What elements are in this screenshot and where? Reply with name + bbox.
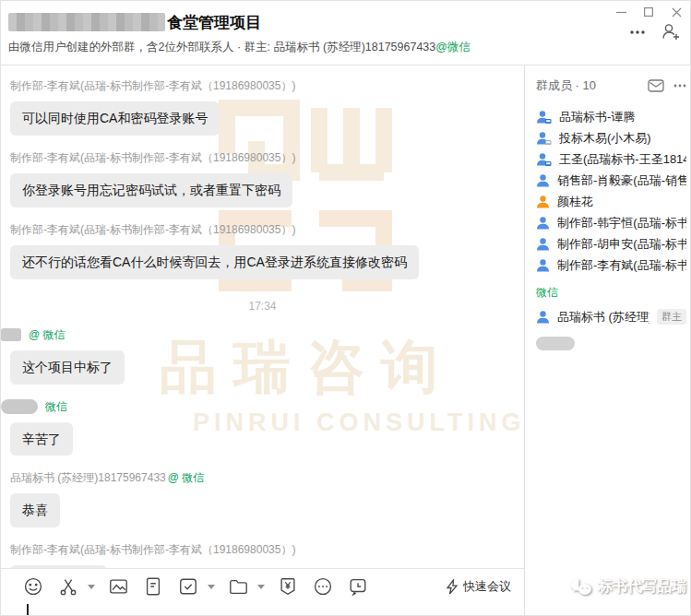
chat-history-icon[interactable] [346,575,370,598]
member-icon-orange [536,195,550,209]
more-menu-icon[interactable] [629,30,646,35]
member-row[interactable]: 王圣(品瑞标书-王圣18142... [536,148,690,170]
add-member-icon[interactable] [661,23,681,41]
message-list: 制作部-李有斌(品瑞-标书制作部-李有斌（19186980035）) 可以同时使… [1,65,524,568]
message-bubble[interactable]: 你登录账号用忘记密码试试，或者重置下密码 [10,173,292,207]
more-tools-icon[interactable] [311,575,335,598]
wechat-window: 食堂管理项目 由微信用户创建的外部群，含2位外部联系人 · 群主: 品瑞标书 (… [0,0,691,616]
member-row[interactable]: 品瑞标书-谭腾 [536,106,690,127]
screenshot-dropdown-caret[interactable] [88,585,95,589]
image-icon[interactable] [106,575,130,598]
member-icon [536,173,550,188]
member-count-label: 群成员 · 10 [536,77,596,94]
owner-badge: 群主 [657,309,686,325]
message-sender: 制作部-李有斌(品瑞-标书制作部-李有斌（19186980035）) [10,542,515,558]
window-controls [607,1,690,23]
message-bubble[interactable]: 恭喜 [10,493,60,527]
message-sender: 制作部-李有斌(品瑞-标书制作部-李有斌（19186980035）) [10,222,515,238]
member-icon [536,237,550,252]
folder-dropdown-caret[interactable] [257,585,265,589]
group-subtitle: 由微信用户创建的外部群，含2位外部联系人 · 群主: 品瑞标书 (苏经理)181… [8,40,679,55]
folder-icon[interactable] [226,575,250,598]
message: @ 微信 这个项目中标了 [10,327,515,385]
subtitle-wechat-tag: @微信 [435,41,471,53]
message-bubble[interactable]: 辛苦了 [10,422,73,456]
member-row[interactable]: 制作部-李有斌(品瑞-标书... [536,255,690,276]
chat-area: 品瑞咨询 PINRUI CONSULTING 制作部-李有斌(品瑞-标书制作部-… [1,65,524,615]
member-row[interactable]: 投标木易(小木易) [536,127,690,148]
member-icon-desktop [536,110,552,124]
message-sender: 微信 [10,399,515,415]
member-sidebar: 群成员 · 10 [524,65,690,615]
timestamp: 17:34 [10,300,515,313]
redacted-sender-name [1,399,38,414]
redacted-group-name [8,13,165,31]
message-sender: 制作部-李有斌(品瑞-标书制作部-李有斌（19186980035）) [10,78,515,94]
member-row[interactable]: 制作部-韩宇恒(品瑞-标书... [536,212,690,233]
message: 制作部-李有斌(品瑞-标书制作部-李有斌（19186980035）) 可以同时使… [10,78,515,136]
member-icon [536,310,550,325]
quick-meeting-label: 快速会议 [463,578,511,595]
member-icon [536,258,550,273]
text-input-caret [27,604,29,615]
member-row[interactable]: 制作部-胡申安(品瑞-标书... [536,233,690,255]
wechat-logo-icon [570,578,592,597]
maximize-button[interactable] [635,1,662,23]
message-sender: 制作部-李有斌(品瑞-标书制作部-李有斌（19186980035）) [10,150,515,166]
quick-meeting-button[interactable]: 快速会议 [446,578,511,595]
message-sender: 品瑞标书 (苏经理)18175967433 @ 微信 [10,470,515,486]
sender-wechat-tag: @ 微信 [29,327,66,343]
member-row-owner[interactable]: 品瑞标书 (苏经理)1... 群主 [536,306,690,327]
message-bubble[interactable]: 这个项目中标了 [10,350,125,385]
minimize-button[interactable] [607,1,635,23]
emoji-icon[interactable] [21,575,45,598]
member-icon-desktop [536,152,552,167]
chat-header: 食堂管理项目 由微信用户创建的外部群，含2位外部联系人 · 群主: 品瑞标书 (… [1,1,690,65]
sender-wechat-tag: @ 微信 [168,470,205,486]
sidebar-watermark-text: 标书代写品瑞 [598,577,686,597]
group-title: 食堂管理项目 [167,12,261,33]
mail-icon[interactable] [648,79,664,92]
composer-toolbar: 快速会议 [1,569,524,604]
redacted-sender-name [1,328,21,341]
message-sender: @ 微信 [10,327,515,343]
member-row[interactable]: 颜桂花 [536,191,690,212]
lightning-icon [446,579,459,595]
payment-icon[interactable] [276,575,300,598]
screenshot-scissors-icon[interactable] [56,575,80,598]
redacted-member-name [536,337,575,350]
close-button[interactable] [662,1,690,23]
subtitle-text: 由微信用户创建的外部群，含2位外部联系人 · 群主: 品瑞标书 (苏经理)181… [8,41,435,53]
sender-wechat-tag: 微信 [45,399,67,415]
message: 制作部-李有斌(品瑞-标书制作部-李有斌（19186980035）) 恭喜中标 [10,542,515,568]
member-row[interactable]: 销售部-肖毅豪(品瑞-销售... [536,170,690,191]
member-icon [536,216,550,231]
sidebar-watermark: 标书代写品瑞 [570,577,686,597]
message-bubble[interactable]: 还不行的话您看CA什么时候寄回去，用CA登录进系统直接修改密码 [10,245,419,279]
message: 品瑞标书 (苏经理)18175967433 @ 微信 恭喜 [10,470,515,527]
wechat-section-label: 微信 [536,285,690,301]
schedule-dropdown-caret[interactable] [208,585,215,589]
file-icon[interactable] [141,575,165,598]
message: 微信 辛苦了 [10,399,515,456]
sidebar-more-icon[interactable] [673,84,686,88]
message: 制作部-李有斌(品瑞-标书制作部-李有斌（19186980035）) 你登录账号… [10,150,515,207]
message-bubble[interactable]: 可以同时使用CA和密码登录账号 [10,101,220,136]
schedule-icon[interactable] [176,575,200,598]
member-icon-desktop [536,131,552,146]
member-list: 品瑞标书-谭腾 投标木易(小木易) 王圣(品瑞标书-王圣18142... [536,106,690,354]
message-composer[interactable]: 快速会议 [1,568,524,615]
message: 制作部-李有斌(品瑞-标书制作部-李有斌（19186980035）) 还不行的话… [10,222,515,279]
